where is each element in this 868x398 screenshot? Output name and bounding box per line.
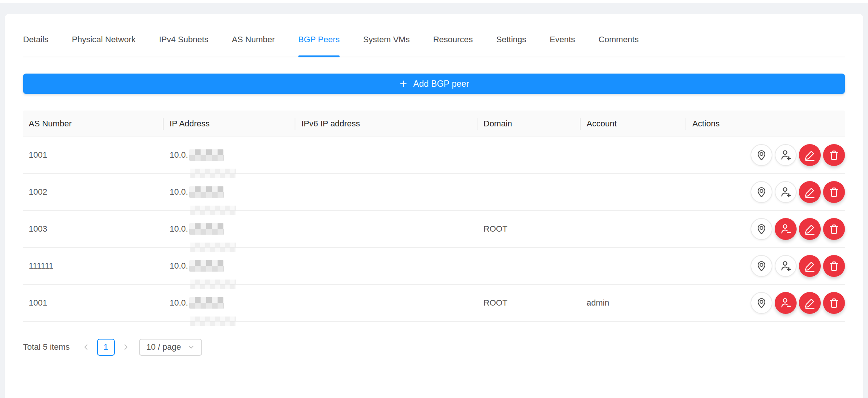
- trash-icon: [828, 297, 840, 309]
- user-remove-icon: [780, 223, 792, 235]
- pagination-total: Total 5 items: [23, 342, 70, 352]
- location-pin-icon: [755, 149, 768, 161]
- table-row: 111111 10.0.: [23, 248, 845, 285]
- location-pin-icon: [755, 223, 768, 235]
- user-add-icon: [780, 186, 792, 198]
- cell-actions: [686, 292, 845, 314]
- user-add-icon: [780, 149, 792, 161]
- content-card: Details Physical Network IPv4 Subnets AS…: [5, 14, 863, 398]
- add-account-button[interactable]: [775, 255, 797, 277]
- redacted-ip-blur: [189, 297, 224, 309]
- tab-resources[interactable]: Resources: [433, 22, 473, 57]
- view-instances-button[interactable]: [751, 144, 772, 166]
- column-header-ip-address: IP Address: [163, 119, 295, 129]
- pagination: Total 5 items 1 10 / page: [23, 338, 845, 356]
- cell-actions: [686, 144, 845, 166]
- cell-as-number: 1001: [23, 298, 163, 308]
- view-instances-button[interactable]: [751, 292, 772, 314]
- view-instances-button[interactable]: [751, 218, 772, 240]
- add-bgp-peer-button[interactable]: Add BGP peer: [23, 74, 845, 94]
- pagination-page-1-button[interactable]: 1: [97, 339, 115, 356]
- edit-bgp-peer-button[interactable]: [799, 218, 821, 240]
- bgp-peers-table: AS Number IP Address IPv6 IP address Dom…: [23, 111, 845, 322]
- tab-comments[interactable]: Comments: [599, 22, 639, 57]
- trash-icon: [828, 186, 840, 198]
- edit-pencil-icon: [804, 186, 816, 198]
- table-row: 1002 10.0.: [23, 174, 845, 211]
- tab-physical-network[interactable]: Physical Network: [72, 22, 136, 57]
- edit-bgp-peer-button[interactable]: [799, 255, 821, 277]
- redacted-ip-blur: [189, 223, 224, 235]
- column-header-domain: Domain: [477, 119, 580, 129]
- delete-bgp-peer-button[interactable]: [823, 181, 845, 203]
- location-pin-icon: [755, 297, 768, 309]
- page-size-value: 10 / page: [147, 342, 181, 352]
- view-instances-button[interactable]: [751, 255, 772, 277]
- cell-domain: ROOT: [477, 224, 580, 234]
- plus-icon: [399, 79, 408, 88]
- redacted-ip-blur: [189, 149, 224, 161]
- remove-account-button[interactable]: [775, 292, 797, 314]
- table-header-row: AS Number IP Address IPv6 IP address Dom…: [23, 111, 845, 137]
- cell-ip-address: 10.0.: [163, 223, 295, 235]
- cell-ip-address: 10.0.: [163, 149, 295, 161]
- edit-pencil-icon: [804, 223, 816, 235]
- cell-actions: [686, 255, 845, 277]
- delete-bgp-peer-button[interactable]: [823, 144, 845, 166]
- cell-ip-address: 10.0.: [163, 186, 295, 198]
- location-pin-icon: [755, 186, 768, 198]
- trash-icon: [828, 260, 840, 272]
- cell-as-number: 1003: [23, 224, 163, 234]
- edit-pencil-icon: [804, 297, 816, 309]
- column-header-account: Account: [580, 119, 686, 129]
- edit-bgp-peer-button[interactable]: [799, 144, 821, 166]
- delete-bgp-peer-button[interactable]: [823, 292, 845, 314]
- chevron-down-icon: [187, 343, 195, 351]
- tab-bgp-peers[interactable]: BGP Peers: [298, 22, 340, 57]
- pagination-prev-button[interactable]: [81, 338, 91, 356]
- trash-icon: [828, 223, 840, 235]
- delete-bgp-peer-button[interactable]: [823, 218, 845, 240]
- cell-actions: [686, 181, 845, 203]
- edit-bgp-peer-button[interactable]: [799, 181, 821, 203]
- tab-details[interactable]: Details: [23, 22, 48, 57]
- tab-as-number[interactable]: AS Number: [232, 22, 275, 57]
- add-account-button[interactable]: [775, 144, 797, 166]
- cell-domain: ROOT: [477, 298, 580, 308]
- bgp-peers-page: Details Physical Network IPv4 Subnets AS…: [0, 0, 868, 398]
- add-account-button[interactable]: [775, 181, 797, 203]
- cell-account: admin: [580, 298, 686, 308]
- cell-as-number: 111111: [23, 261, 163, 271]
- cell-as-number: 1002: [23, 187, 163, 197]
- tab-system-vms[interactable]: System VMs: [363, 22, 409, 57]
- location-pin-icon: [755, 260, 768, 272]
- trash-icon: [828, 149, 840, 161]
- tab-events[interactable]: Events: [550, 22, 575, 57]
- table-row: 1003 10.0. ROOT: [23, 211, 845, 248]
- chevron-left-icon: [82, 343, 91, 352]
- pagination-next-button[interactable]: [121, 338, 131, 356]
- redacted-ip-blur: [189, 260, 224, 272]
- table-row: 1001 10.0.: [23, 137, 845, 174]
- remove-account-button[interactable]: [775, 218, 797, 240]
- edit-pencil-icon: [804, 149, 816, 161]
- edit-pencil-icon: [804, 260, 816, 272]
- top-strip: [0, 0, 868, 3]
- column-header-as-number: AS Number: [23, 119, 163, 129]
- add-bgp-peer-label: Add BGP peer: [413, 79, 469, 89]
- column-header-actions: Actions: [686, 119, 845, 129]
- table-row: 1001 10.0. ROOT admin: [23, 285, 845, 322]
- cell-as-number: 1001: [23, 150, 163, 160]
- user-remove-icon: [780, 297, 792, 309]
- page-size-select[interactable]: 10 / page: [139, 339, 202, 356]
- cell-ip-address: 10.0.: [163, 260, 295, 272]
- edit-bgp-peer-button[interactable]: [799, 292, 821, 314]
- tab-bar: Details Physical Network IPv4 Subnets AS…: [23, 14, 845, 57]
- delete-bgp-peer-button[interactable]: [823, 255, 845, 277]
- view-instances-button[interactable]: [751, 181, 772, 203]
- tab-ipv4-subnets[interactable]: IPv4 Subnets: [159, 22, 209, 57]
- tab-settings[interactable]: Settings: [496, 22, 527, 57]
- cell-ip-address: 10.0.: [163, 297, 295, 309]
- chevron-right-icon: [121, 343, 130, 352]
- column-header-ipv6-ip-address: IPv6 IP address: [295, 119, 477, 129]
